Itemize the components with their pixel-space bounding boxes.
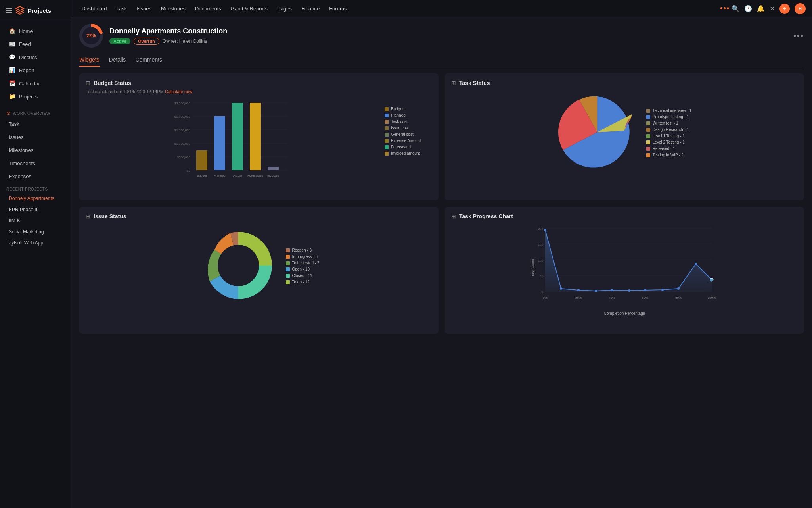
work-overview-icon: ⊙ — [6, 110, 11, 116]
svg-text:$2,000,000: $2,000,000 — [174, 115, 191, 119]
nav-pages[interactable]: Pages — [273, 3, 296, 14]
legend-planned: Planned — [385, 113, 432, 117]
hamburger-icon[interactable] — [6, 8, 12, 13]
issue-legend-dot-0 — [286, 248, 290, 252]
sidebar-item-milestones[interactable]: Milestones — [2, 144, 69, 156]
svg-text:Budget: Budget — [197, 174, 207, 177]
issue-legend-label-0: Reopen - 3 — [292, 248, 312, 252]
svg-rect-12 — [196, 150, 207, 170]
svg-text:150: 150 — [538, 243, 544, 246]
task-legend-dot-2 — [646, 121, 650, 125]
bar-chart-wrapper: $2,500,000 $2,000,000 $1,500,000 $1,000,… — [86, 99, 378, 194]
recent-project-donnely[interactable]: Donnely Appartments — [2, 193, 69, 204]
project-badges: Active Overrun Owner: Helen Collins — [109, 38, 227, 45]
nav-dashboard[interactable]: Dashboard — [78, 3, 111, 14]
recent-project-social[interactable]: Social Marketing — [2, 227, 69, 237]
calculate-link[interactable]: Calculate now — [165, 89, 192, 94]
more-nav-icon[interactable]: ••• — [720, 4, 730, 13]
svg-point-44 — [611, 289, 613, 291]
sidebar-item-report[interactable]: 📊 Report — [2, 64, 69, 77]
task-legend-label-1: Prototype Testing - 1 — [653, 115, 689, 119]
recent-project-iimk[interactable]: IIM-K — [2, 216, 69, 226]
tab-comments[interactable]: Comments — [135, 54, 162, 67]
svg-text:Forecasted: Forecasted — [247, 174, 263, 177]
task-legend-label-7: Testing in WIP - 2 — [653, 153, 684, 157]
close-icon[interactable]: ✕ — [770, 5, 775, 12]
issue-widget-header: ⊞ Issue Status — [86, 213, 432, 219]
svg-text:Task Count: Task Count — [531, 259, 535, 277]
sidebar-projects-label: Projects — [19, 94, 38, 100]
tab-details[interactable]: Details — [109, 54, 126, 67]
issue-legend-2: To be tested - 7 — [286, 261, 320, 265]
sidebar-item-home[interactable]: 🏠 Home — [2, 25, 69, 37]
svg-text:50: 50 — [540, 275, 543, 278]
sidebar-item-feed[interactable]: 📰 Feed — [2, 38, 69, 50]
progress-circle: 22% — [79, 24, 103, 48]
svg-rect-14 — [232, 103, 243, 170]
issue-donut-chart — [199, 226, 278, 306]
main-content: Dashboard Task Issues Milestones Documen… — [71, 0, 812, 508]
legend-label-budget: Budget — [391, 107, 404, 111]
recent-project-2-name: IIM-K — [9, 218, 20, 223]
svg-text:100: 100 — [538, 259, 544, 262]
nav-finance[interactable]: Finance — [297, 3, 324, 14]
issue-legend-0: Reopen - 3 — [286, 248, 320, 252]
task-legend-dot-6 — [646, 147, 650, 151]
sidebar-item-expenses[interactable]: Expenses — [2, 170, 69, 183]
issue-legend-label-5: To do - 12 — [292, 280, 310, 284]
task-pie-area: Technical interview - 1 Prototype Testin… — [451, 92, 798, 173]
issue-legend-dot-1 — [286, 255, 290, 259]
legend-label-issuecost: Issue cost — [391, 126, 409, 130]
sidebar-item-discuss[interactable]: 💬 Discuss — [2, 51, 69, 64]
nav-milestones[interactable]: Milestones — [157, 3, 190, 14]
recent-project-epr[interactable]: EPR Phase III — [2, 204, 69, 215]
nav-documents[interactable]: Documents — [191, 3, 225, 14]
task-progress-widget: ⊞ Task Progress Chart Task Count — [445, 207, 804, 334]
svg-text:Actual: Actual — [233, 174, 242, 177]
search-icon[interactable]: 🔍 — [732, 5, 739, 12]
sidebar-feed-label: Feed — [19, 41, 31, 47]
task-pie-svg — [557, 92, 637, 172]
sidebar-item-calendar[interactable]: 📅 Calendar — [2, 77, 69, 90]
issue-donut-svg — [199, 226, 278, 305]
recent-project-zylsoft[interactable]: Zylsoft Web App — [2, 238, 69, 248]
bell-icon[interactable]: 🔔 — [757, 5, 765, 12]
sidebar: Projects 🏠 Home 📰 Feed 💬 Discuss 📊 Repor… — [0, 0, 71, 508]
svg-text:60%: 60% — [642, 296, 648, 300]
svg-point-50 — [710, 278, 713, 281]
sidebar-item-projects[interactable]: 📁 Projects — [2, 90, 69, 103]
nav-forums[interactable]: Forums — [325, 3, 350, 14]
widget-grid: ⊞ Budget Status Last calculated on: 10/1… — [79, 73, 804, 334]
legend-dot-taskcost — [385, 120, 389, 124]
project-title: Donnelly Apartments Construction — [109, 27, 227, 35]
recent-project-3-name: Social Marketing — [9, 229, 44, 235]
legend-label-forecasted: Forecasted — [391, 145, 411, 149]
nav-task[interactable]: Task — [113, 3, 131, 14]
tab-widgets[interactable]: Widgets — [79, 54, 100, 67]
recent-project-4-name: Zylsoft Web App — [9, 240, 43, 246]
budget-status-widget: ⊞ Budget Status Last calculated on: 10/1… — [79, 73, 439, 200]
svg-text:80%: 80% — [675, 296, 682, 300]
sidebar-calendar-label: Calendar — [19, 81, 40, 87]
task-legend-label-5: Level 2 Testing - 1 — [653, 140, 685, 144]
home-icon: 🏠 — [9, 28, 15, 34]
nav-issues[interactable]: Issues — [132, 3, 155, 14]
clock-icon[interactable]: 🕐 — [744, 5, 752, 12]
sidebar-item-task[interactable]: Task — [2, 118, 69, 130]
discuss-icon: 💬 — [9, 54, 15, 60]
content-area: 22% Donnelly Apartments Construction Act… — [71, 17, 812, 508]
task-legend-3: Design Research - 1 — [646, 127, 691, 132]
issue-legend-1: In progress - 6 — [286, 254, 320, 259]
legend-dot-issuecost — [385, 126, 389, 130]
plus-button[interactable]: + — [779, 4, 790, 14]
report-icon: 📊 — [9, 67, 15, 73]
project-more-button[interactable]: ••• — [793, 31, 804, 40]
issue-legend-label-2: To be tested - 7 — [292, 261, 320, 265]
nav-gantt[interactable]: Gantt & Reports — [227, 3, 272, 14]
sidebar-item-issues[interactable]: Issues — [2, 131, 69, 143]
avatar[interactable]: H — [795, 3, 806, 14]
task-status-widget: ⊞ Task Status — [445, 73, 804, 200]
sidebar-nav: 🏠 Home 📰 Feed 💬 Discuss 📊 Report 📅 Calen… — [0, 21, 71, 106]
work-overview-section: ⊙ WORK OVERVIEW — [0, 106, 71, 117]
sidebar-item-timesheets[interactable]: Timesheets — [2, 157, 69, 169]
